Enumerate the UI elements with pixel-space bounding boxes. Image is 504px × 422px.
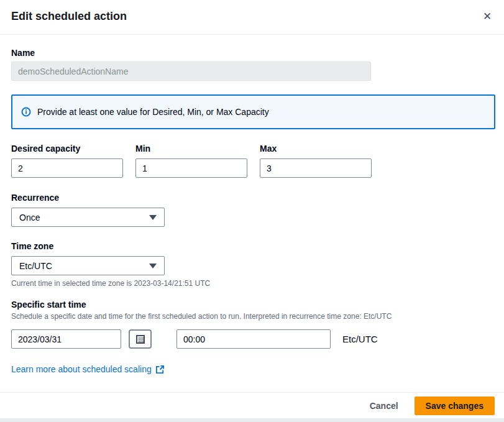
modal-footer: Cancel Save changes: [0, 392, 504, 418]
learn-more-link[interactable]: Learn more about scheduled scaling: [11, 364, 165, 374]
edit-scheduled-action-modal: Edit scheduled action ✕ Name Provide at …: [0, 0, 504, 418]
date-picker-button[interactable]: [129, 329, 152, 349]
cancel-button[interactable]: Cancel: [370, 401, 398, 411]
close-button[interactable]: ✕: [478, 7, 497, 26]
info-alert: Provide at least one value for Desired, …: [11, 94, 495, 129]
time-zone-selected-value: Etc/UTC: [19, 261, 52, 271]
specific-start-time-description: Schedule a specific date and time for th…: [11, 312, 392, 321]
learn-more-link-text: Learn more about scheduled scaling: [11, 364, 152, 374]
timezone-suffix-label: Etc/UTC: [342, 329, 378, 349]
chevron-down-icon: [149, 215, 157, 220]
page-background-strip: [0, 418, 504, 422]
start-date-input[interactable]: [11, 329, 121, 349]
current-time-helper: Current time in selected time zone is 20…: [11, 279, 210, 288]
specific-start-time-label: Specific start time: [11, 300, 86, 310]
name-input: [11, 62, 371, 81]
recurrence-selected-value: Once: [19, 213, 40, 222]
time-zone-label: Time zone: [11, 241, 53, 251]
min-label: Min: [135, 144, 150, 154]
max-input[interactable]: [260, 158, 372, 178]
external-link-icon: [155, 365, 165, 374]
recurrence-select[interactable]: Once: [11, 208, 165, 227]
chevron-down-icon: [149, 264, 157, 268]
time-zone-select[interactable]: Etc/UTC: [11, 256, 165, 275]
info-icon: [21, 107, 31, 117]
desired-capacity-label: Desired capacity: [11, 144, 80, 154]
recurrence-label: Recurrence: [11, 193, 59, 203]
min-input[interactable]: [135, 158, 247, 178]
max-label: Max: [260, 144, 277, 154]
calendar-grid-icon: [135, 334, 145, 344]
name-label: Name: [11, 48, 35, 58]
save-changes-button[interactable]: Save changes: [415, 397, 495, 415]
modal-title: Edit scheduled action: [11, 10, 127, 23]
alert-message: Provide at least one value for Desired, …: [37, 107, 269, 117]
modal-header: Edit scheduled action ✕: [0, 0, 504, 35]
close-icon: ✕: [483, 11, 492, 22]
desired-capacity-input[interactable]: [11, 158, 123, 178]
start-time-input[interactable]: [176, 329, 331, 349]
